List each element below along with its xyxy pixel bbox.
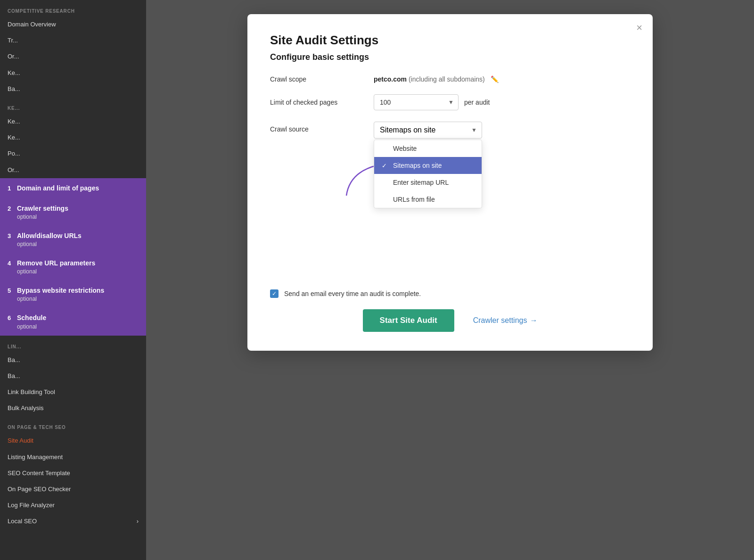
step-4-sub: optional bbox=[17, 268, 140, 275]
buttons-row: Start Site Audit Crawler settings → bbox=[270, 309, 630, 332]
limit-label: Limit of checked pages bbox=[270, 99, 374, 106]
sidebar-item-ke2[interactable]: Ke... bbox=[0, 114, 146, 130]
sidebar-item-ba1[interactable]: Ba... bbox=[0, 352, 146, 368]
dropdown-option-urls-from-file[interactable]: URLs from file bbox=[374, 191, 482, 208]
local-seo-label: Local SEO bbox=[8, 517, 37, 526]
next-arrow-icon: → bbox=[530, 316, 537, 325]
step-2-title: Crawler settings bbox=[17, 204, 140, 213]
crawl-scope-value: petco.com (including all subdomains) ✏️ bbox=[374, 75, 499, 83]
sidebar-item-ke[interactable]: Ke... bbox=[0, 65, 146, 81]
step-3-sub: optional bbox=[17, 241, 140, 247]
on-page-label: ON PAGE & TECH SEO bbox=[0, 416, 146, 433]
step-3-num: 3 bbox=[0, 226, 15, 246]
modal-title: Site Audit Settings bbox=[270, 33, 630, 48]
dropdown-enter-sitemap-label: Enter sitemap URL bbox=[393, 179, 449, 186]
crawl-source-arrow-icon: ▼ bbox=[471, 127, 477, 133]
crawl-source-label: Crawl source bbox=[270, 122, 374, 133]
close-button[interactable]: × bbox=[636, 23, 642, 33]
dropdown-urls-from-file-label: URLs from file bbox=[393, 196, 435, 203]
step-6-num: 6 bbox=[0, 308, 15, 328]
ke-label: KE... bbox=[0, 97, 146, 114]
links-label: LIN... bbox=[0, 336, 146, 352]
sidebar-item-ba2[interactable]: Ba... bbox=[0, 368, 146, 384]
sidebar-item-po[interactable]: Po... bbox=[0, 146, 146, 162]
email-checkbox-label: Send an email every time an audit is com… bbox=[284, 290, 421, 297]
local-seo-arrow-icon: › bbox=[137, 517, 139, 526]
step-3-title: Allow/disallow URLs bbox=[17, 231, 140, 240]
sidebar-item-seo-content-template[interactable]: SEO Content Template bbox=[0, 465, 146, 481]
sidebar-item-or[interactable]: Or... bbox=[0, 49, 146, 65]
limit-select-wrapper: 100 500 1000 5000 ▼ bbox=[374, 94, 459, 110]
step-5[interactable]: 5 Bypass website restrictions optional bbox=[0, 280, 146, 308]
step-4-num: 4 bbox=[0, 253, 15, 273]
limit-select[interactable]: 100 500 1000 5000 bbox=[374, 94, 459, 110]
step-6[interactable]: 6 Schedule optional bbox=[0, 308, 146, 335]
sidebar: COMPETITIVE RESEARCH Domain Overview Tr.… bbox=[0, 0, 146, 560]
crawler-settings-next-button[interactable]: Crawler settings → bbox=[473, 316, 538, 325]
step-4[interactable]: 4 Remove URL parameters optional bbox=[0, 253, 146, 280]
step-4-title: Remove URL parameters bbox=[17, 259, 140, 267]
step-5-title: Bypass website restrictions bbox=[17, 286, 140, 295]
crawl-scope-suffix: (including all subdomains) bbox=[409, 75, 485, 83]
dropdown-option-sitemaps[interactable]: ✓ Sitemaps on site bbox=[374, 157, 482, 174]
sidebar-item-listing-management[interactable]: Listing Management bbox=[0, 449, 146, 465]
step-1-title: Domain and limit of pages bbox=[17, 184, 140, 192]
modal-dialog: × Site Audit Settings Configure basic se… bbox=[247, 14, 653, 351]
per-audit-text: per audit bbox=[464, 99, 490, 106]
checkbox-checkmark-icon: ✓ bbox=[272, 290, 277, 297]
sidebar-item-ba[interactable]: Ba... bbox=[0, 81, 146, 97]
sidebar-item-local-seo[interactable]: Local SEO › bbox=[0, 513, 146, 529]
step-5-num: 5 bbox=[0, 280, 15, 301]
crawl-scope-domain: petco.com bbox=[374, 75, 407, 83]
crawl-source-select-wrapper: Sitemaps on site ▼ Website ✓ Sitemaps on… bbox=[374, 122, 482, 139]
sidebar-item-bulk-analysis[interactable]: Bulk Analysis bbox=[0, 400, 146, 416]
sidebar-item-ke3[interactable]: Ke... bbox=[0, 130, 146, 146]
email-checkbox[interactable]: ✓ bbox=[270, 289, 279, 298]
step-3[interactable]: 3 Allow/disallow URLs optional bbox=[0, 226, 146, 253]
email-checkbox-row: ✓ Send an email every time an audit is c… bbox=[270, 289, 630, 298]
dropdown-option-enter-sitemap[interactable]: Enter sitemap URL bbox=[374, 174, 482, 191]
sidebar-item-or2[interactable]: Or... bbox=[0, 162, 146, 178]
sidebar-item-tr[interactable]: Tr... bbox=[0, 33, 146, 49]
step-6-title: Schedule bbox=[17, 313, 140, 322]
sidebar-item-log-file-analyzer[interactable]: Log File Analyzer bbox=[0, 497, 146, 513]
crawl-source-selected-value: Sitemaps on site bbox=[380, 126, 435, 134]
crawl-source-select-display[interactable]: Sitemaps on site ▼ bbox=[374, 122, 482, 139]
step-1-num: 1 bbox=[0, 178, 15, 198]
dropdown-sitemaps-label: Sitemaps on site bbox=[393, 162, 442, 169]
modal-overlay: × Site Audit Settings Configure basic se… bbox=[146, 0, 754, 560]
step-2[interactable]: 2 Crawler settings optional bbox=[0, 198, 146, 226]
step-2-sub: optional bbox=[17, 214, 140, 220]
sidebar-item-domain-overview[interactable]: Domain Overview bbox=[0, 16, 146, 33]
crawl-source-row: Crawl source Sitemaps on site ▼ Website … bbox=[270, 122, 630, 139]
modal-subtitle: Configure basic settings bbox=[270, 52, 630, 62]
sidebar-item-site-audit[interactable]: Site Audit bbox=[0, 433, 146, 449]
step-6-sub: optional bbox=[17, 323, 140, 330]
sidebar-item-on-page-checker[interactable]: On Page SEO Checker bbox=[0, 481, 146, 497]
dropdown-option-website[interactable]: Website bbox=[374, 140, 482, 157]
step-5-sub: optional bbox=[17, 296, 140, 302]
limit-row: Limit of checked pages 100 500 1000 5000… bbox=[270, 94, 630, 110]
crawler-settings-label: Crawler settings bbox=[473, 316, 527, 325]
crawl-scope-label: Crawl scope bbox=[270, 75, 374, 83]
edit-icon[interactable]: ✏️ bbox=[491, 75, 499, 83]
crawl-source-dropdown: Website ✓ Sitemaps on site Enter sitemap… bbox=[374, 140, 482, 208]
start-site-audit-button[interactable]: Start Site Audit bbox=[363, 309, 454, 332]
sidebar-item-link-building[interactable]: Link Building Tool bbox=[0, 384, 146, 400]
competitive-research-label: COMPETITIVE RESEARCH bbox=[0, 0, 146, 16]
step-1[interactable]: 1 Domain and limit of pages bbox=[0, 178, 146, 198]
sitemaps-check-icon: ✓ bbox=[382, 162, 389, 169]
step-2-num: 2 bbox=[0, 198, 15, 219]
crawl-scope-row: Crawl scope petco.com (including all sub… bbox=[270, 75, 630, 83]
dropdown-website-label: Website bbox=[393, 145, 417, 152]
